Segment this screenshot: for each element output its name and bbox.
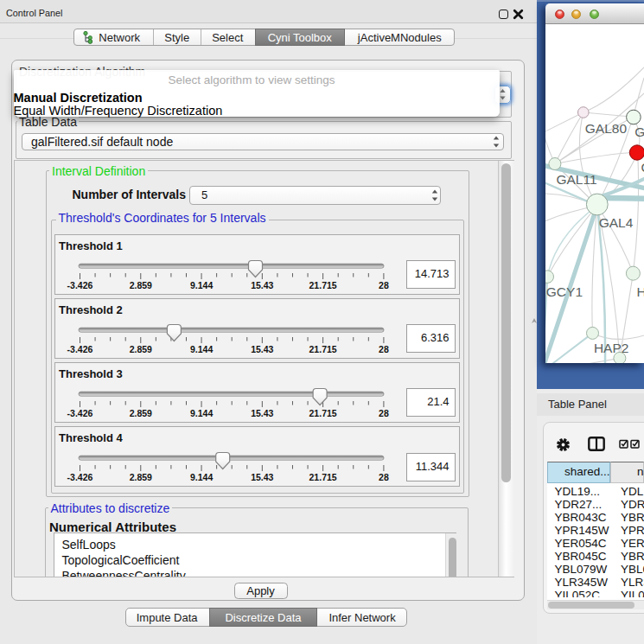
svg-text:28: 28 [379,472,389,482]
svg-text:Threshold 1: Threshold 1 [59,239,123,252]
svg-text:H: H [637,284,644,299]
svg-text:28: 28 [379,343,389,354]
svg-text:9.144: 9.144 [189,408,212,418]
svg-text:28: 28 [379,279,389,290]
svg-text:GA: GA [634,124,644,139]
svg-text:28: 28 [379,408,389,418]
svg-text:GAL80: GAL80 [585,121,628,136]
svg-text:15.43: 15.43 [251,472,273,482]
svg-text:9.144: 9.144 [189,279,212,290]
svg-text:21.715: 21.715 [309,408,336,418]
svg-text:15.43: 15.43 [251,408,273,418]
svg-text:2.859: 2.859 [129,408,151,418]
svg-text:-3.426: -3.426 [67,408,92,418]
svg-text:2.859: 2.859 [129,472,151,482]
svg-text:2.859: 2.859 [129,343,151,354]
svg-text:Threshold 4: Threshold 4 [59,431,123,444]
svg-text:Threshold 3: Threshold 3 [59,367,123,380]
svg-text:9.144: 9.144 [189,472,212,482]
svg-text:GCY1: GCY1 [546,284,583,299]
svg-text:HAP2: HAP2 [594,341,629,355]
svg-text:-3.426: -3.426 [67,279,92,290]
svg-text:15.43: 15.43 [251,343,273,354]
svg-text:-3.426: -3.426 [67,343,92,354]
svg-text:GAL11: GAL11 [556,172,596,187]
svg-text:GAL4: GAL4 [599,215,634,230]
svg-text:2.859: 2.859 [129,279,151,290]
svg-text:21.715: 21.715 [309,279,336,290]
svg-text:C: C [641,160,644,175]
svg-text:15.43: 15.43 [251,279,273,290]
svg-text:9.144: 9.144 [189,343,212,354]
svg-text:-3.426: -3.426 [67,472,92,482]
svg-text:21.715: 21.715 [309,472,336,482]
svg-text:Threshold 2: Threshold 2 [59,303,123,316]
svg-text:21.715: 21.715 [309,343,336,354]
